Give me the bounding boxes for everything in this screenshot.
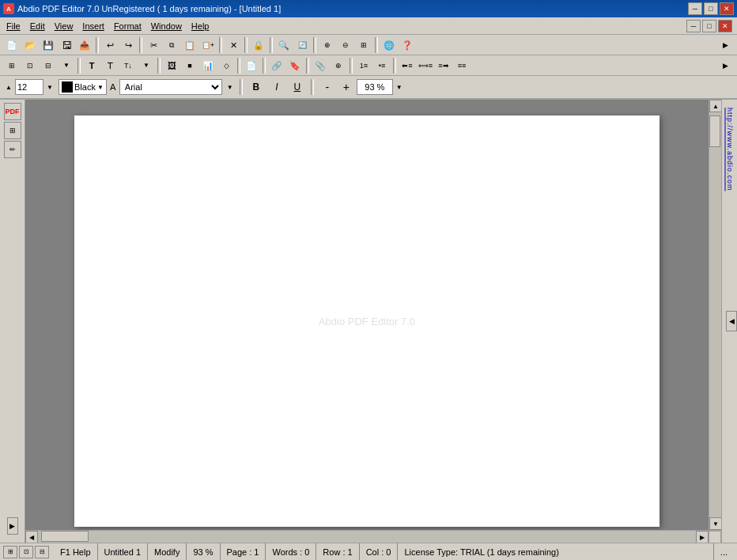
panel-btn-view[interactable]: ⊞ <box>4 122 21 139</box>
align-justify[interactable]: ≡≡ <box>453 57 471 74</box>
h-scroll-thumb[interactable] <box>41 531 89 542</box>
panel-btn-edit[interactable]: ✏ <box>4 141 21 158</box>
paste-special-button[interactable]: 📋+ <box>199 36 217 54</box>
saveas-button[interactable]: 🖫 <box>58 36 75 54</box>
image-tool[interactable]: 🖼 <box>163 57 180 74</box>
open-button[interactable]: 📂 <box>21 36 39 54</box>
status-icon-3[interactable]: ⊟ <box>35 546 49 558</box>
view-dropdown[interactable]: ▼ <box>58 57 75 74</box>
minimize-button[interactable]: ─ <box>688 2 702 15</box>
zoom-out-btn[interactable]: - <box>319 78 336 96</box>
scroll-down-arrow[interactable]: ▼ <box>709 517 721 530</box>
underline-button[interactable]: U <box>289 79 306 95</box>
expand-toolbar2[interactable]: ▶ <box>716 57 734 74</box>
lock-button[interactable]: 🔒 <box>250 36 267 54</box>
menu-insert[interactable]: Insert <box>77 20 109 32</box>
panel-btn-pdf[interactable]: PDF <box>4 103 21 120</box>
find-button[interactable]: 🔍 <box>275 36 293 54</box>
title-bar-text: Abdio PDF Editor 7.0 UnRegistered ( 1 da… <box>17 4 281 13</box>
view-layout[interactable]: ⊟ <box>40 57 57 74</box>
menu-file[interactable]: File <box>2 20 25 32</box>
close-button[interactable]: ✕ <box>720 2 734 15</box>
scroll-thumb[interactable] <box>709 115 720 147</box>
inner-close-button[interactable]: ✕ <box>718 20 732 32</box>
zoom-out-toolbar[interactable]: ⊖ <box>337 36 354 54</box>
cut-button[interactable]: ✂ <box>145 36 162 54</box>
view-normal[interactable]: ⊞ <box>3 57 21 74</box>
restore-button[interactable]: □ <box>704 2 718 15</box>
list-bul-tool[interactable]: •≡ <box>373 57 391 74</box>
undo-button[interactable]: ↩ <box>101 36 119 54</box>
menu-format[interactable]: Format <box>109 20 146 32</box>
chart-tool[interactable]: 📊 <box>199 57 217 74</box>
color-swatch <box>62 81 73 93</box>
bold-button[interactable]: B <box>248 79 265 95</box>
zoom-input[interactable] <box>357 79 393 95</box>
sep3 <box>219 37 222 53</box>
paste-button[interactable]: 📋 <box>181 36 198 54</box>
zoom-fit[interactable]: ⊞ <box>355 36 372 54</box>
sep6 <box>350 58 353 74</box>
font-size-input[interactable] <box>17 82 41 92</box>
draw-tool[interactable]: ◇ <box>217 57 235 74</box>
color-dropdown-arrow[interactable]: ▼ <box>97 84 104 91</box>
align-right[interactable]: ≡➡ <box>435 57 452 74</box>
right-expand-button[interactable]: ◀ <box>726 311 737 331</box>
font-size-up[interactable]: ▲ <box>3 78 14 96</box>
font-size-down[interactable]: ▼ <box>44 78 55 96</box>
help-button-tb[interactable]: ❓ <box>399 36 416 54</box>
align-center[interactable]: ⟺≡ <box>417 57 434 74</box>
text-tool[interactable]: T <box>83 57 100 74</box>
view-outline[interactable]: ⊡ <box>21 57 39 74</box>
save-button[interactable]: 💾 <box>40 36 57 54</box>
menu-view[interactable]: View <box>50 20 78 32</box>
panel-expand-arrow[interactable]: ▶ <box>7 517 18 535</box>
font-select[interactable]: Arial <box>119 79 222 95</box>
status-trail: ... <box>714 543 734 560</box>
menu-window[interactable]: Window <box>146 20 187 32</box>
replace-button[interactable]: 🔄 <box>293 36 311 54</box>
zoom-in-toolbar[interactable]: ⊕ <box>319 36 336 54</box>
attach-tool[interactable]: 📎 <box>312 57 329 74</box>
status-page: Page : 1 <box>221 543 266 560</box>
color-picker[interactable]: Black ▼ <box>59 79 107 95</box>
embed-tool[interactable]: ⊕ <box>330 57 347 74</box>
menu-help[interactable]: Help <box>187 20 214 32</box>
menu-edit[interactable]: Edit <box>25 20 50 32</box>
expand-toolbar[interactable]: ▶ <box>716 36 734 54</box>
sep1 <box>96 37 99 53</box>
vertical-scrollbar[interactable]: ▲ ▼ <box>709 100 721 530</box>
sep4 <box>263 58 266 74</box>
copy-button[interactable]: ⧉ <box>163 36 180 54</box>
scroll-track[interactable] <box>709 112 721 517</box>
page-tool[interactable]: 📄 <box>243 57 260 74</box>
left-panel: PDF ⊞ ✏ ▶ <box>0 100 25 543</box>
text-dropdown[interactable]: ▼ <box>138 57 155 74</box>
redo-button[interactable]: ↪ <box>119 36 137 54</box>
link-tool[interactable]: 🔗 <box>268 57 285 74</box>
zoom-in-btn[interactable]: + <box>338 78 355 96</box>
inner-minimize-button[interactable]: ─ <box>686 20 701 32</box>
inner-restore-button[interactable]: □ <box>702 20 716 32</box>
list-num-tool[interactable]: 1≡ <box>355 57 372 74</box>
export-button[interactable]: 📤 <box>76 36 93 54</box>
shape-tool[interactable]: ■ <box>181 57 198 74</box>
text-tool2[interactable]: 𝖳 <box>101 57 119 74</box>
document-canvas[interactable]: Abdio PDF Editor 7.0 <box>25 100 709 530</box>
zoom-dropdown-arrow[interactable]: ▼ <box>395 78 404 96</box>
right-panel-url[interactable]: http://www.abdio.com <box>726 108 734 191</box>
scroll-right-arrow[interactable]: ▶ <box>696 531 709 543</box>
status-icon-2[interactable]: ⊡ <box>19 546 33 558</box>
scroll-left-arrow[interactable]: ◀ <box>25 531 38 543</box>
new-button[interactable]: 📄 <box>3 36 21 54</box>
align-left[interactable]: ⬅≡ <box>399 57 416 74</box>
status-icon-1[interactable]: ⊞ <box>3 546 17 558</box>
font-dropdown-arrow[interactable]: ▼ <box>225 78 235 96</box>
scroll-up-arrow[interactable]: ▲ <box>709 100 721 112</box>
web-button[interactable]: 🌐 <box>380 36 398 54</box>
text-tool3[interactable]: T↓ <box>119 57 137 74</box>
toolbar-1: 📄 📂 💾 🖫 📤 ↩ ↪ ✂ ⧉ 📋 📋+ ✕ 🔒 🔍 🔄 ⊕ ⊖ ⊞ 🌐 ❓… <box>0 35 737 55</box>
bookmark-tool[interactable]: 🔖 <box>286 57 304 74</box>
italic-button[interactable]: I <box>268 79 285 95</box>
delete-button[interactable]: ✕ <box>225 36 242 54</box>
